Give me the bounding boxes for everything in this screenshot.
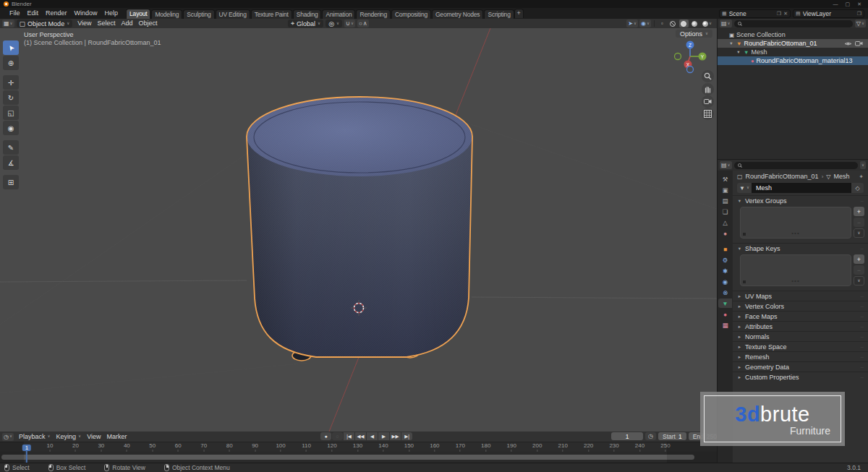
xray-toggle[interactable]: ▫	[658, 20, 667, 27]
properties-tab-object-data[interactable]: ▼	[718, 299, 732, 308]
tool-add-cube[interactable]: ⊞	[3, 175, 19, 189]
panel-remesh[interactable]: ▸ Remesh –	[733, 351, 868, 361]
workspace-tab-layout[interactable]: Layout	[126, 9, 150, 19]
workspace-tab-rendering[interactable]: Rendering	[356, 9, 390, 19]
menu-help[interactable]: Help	[101, 8, 122, 19]
workspace-tab-uv-editing[interactable]: UV Editing	[216, 9, 250, 19]
timeline-menu-marker[interactable]: Marker	[104, 432, 130, 442]
shading-material-button[interactable]	[690, 20, 699, 27]
disclosure-arrow-icon[interactable]: ▾	[736, 49, 741, 55]
tool-scale[interactable]: ◱	[3, 106, 19, 120]
viewport-menu-object[interactable]: Object	[136, 19, 161, 28]
properties-tab-tool[interactable]: ⚒	[718, 174, 732, 184]
outliner-display-mode-button[interactable]: ▤ ∨	[720, 20, 732, 27]
workspace-tab-geometry-nodes[interactable]: Geometry Nodes	[432, 9, 483, 19]
properties-tab-scene[interactable]: △	[718, 218, 732, 227]
tool-transform[interactable]: ◉	[3, 121, 19, 135]
breadcrumb-object[interactable]: RoundFabricOttoman_01	[746, 173, 819, 180]
outliner-row-scene-collection[interactable]: ▣ Scene Collection	[718, 30, 868, 39]
timeline-editor-type-button[interactable]: ◷ ∨	[2, 433, 14, 441]
properties-tab-view-layer[interactable]: ❏	[718, 207, 732, 216]
shading-wireframe-button[interactable]	[668, 20, 678, 27]
snap-toggle[interactable]: ∪ ∨	[344, 20, 355, 27]
copy-scene-icon[interactable]: ❐	[777, 11, 781, 17]
viewlayer-selector[interactable]: ▤ ViewLayer ❐	[793, 9, 864, 18]
pivot-point-dropdown[interactable]: ◎ ∨	[326, 20, 342, 27]
properties-tab-world[interactable]: ●	[718, 228, 732, 238]
viewport-menu-add[interactable]: Add	[119, 19, 136, 28]
3d-viewport[interactable]: User Perspective (1) Scene Collection | …	[0, 28, 717, 432]
current-frame-field[interactable]: 1	[611, 432, 643, 440]
viewport-menu-view[interactable]: View	[75, 19, 94, 28]
timeline-track-area[interactable]	[0, 452, 717, 463]
panel-header[interactable]: ▾ Shape Keys –	[733, 243, 868, 253]
properties-search-input[interactable]	[734, 162, 858, 169]
editor-type-button[interactable]: ▦ ∨	[2, 20, 14, 27]
panel-uv-maps[interactable]: ▸ UV Maps –	[733, 291, 868, 301]
tool-rotate[interactable]: ↻	[3, 90, 19, 105]
timeline-menu-keying[interactable]: Keying ∨	[54, 432, 85, 442]
datablock-list[interactable]: •••	[740, 254, 851, 286]
proportional-editing-toggle[interactable]: ○ ∧	[357, 20, 369, 27]
scene-selector[interactable]: ▦ Scene ❐ ✕	[719, 9, 791, 18]
list-resize-grip[interactable]	[743, 280, 746, 283]
panel-custom-properties[interactable]: ▸ Custom Properties –	[733, 372, 868, 382]
shading-rendered-button[interactable]: ∨	[701, 20, 713, 27]
outliner-search-input[interactable]	[734, 20, 853, 27]
tool-annotate[interactable]: ✎	[3, 140, 19, 155]
next-keyframe[interactable]: ▶▶	[390, 432, 401, 440]
fake-user-shield-icon[interactable]: ◇	[851, 183, 864, 193]
properties-tab-texture[interactable]: ▦	[718, 320, 732, 330]
workspace-tab-shading[interactable]: Shading	[293, 9, 322, 19]
tool-move[interactable]: ✛	[3, 75, 19, 90]
properties-tab-material[interactable]: ●	[718, 309, 732, 319]
specials-menu-button[interactable]: ∨	[854, 228, 864, 238]
outliner-filter-button[interactable]: ▽ ∨	[855, 20, 866, 27]
pin-icon[interactable]: ✦	[859, 173, 864, 180]
properties-tab-modifiers[interactable]: ⚙	[718, 255, 732, 265]
menu-render[interactable]: Render	[42, 8, 71, 19]
mode-dropdown[interactable]: ▢ Object Mode ∨	[17, 20, 73, 27]
use-preview-range-button[interactable]: ◷	[645, 432, 656, 440]
panel-geometry-data[interactable]: ▸ Geometry Data –	[733, 361, 868, 372]
zoom-button[interactable]	[702, 70, 714, 82]
timeline-ruler[interactable]: 1 10203040506070809010011012013014015016…	[0, 442, 717, 452]
mesh-name-field[interactable]: Mesh	[752, 183, 851, 193]
timeline-menu-playback[interactable]: Playback ∨	[16, 432, 54, 442]
properties-tab-spacer[interactable]	[718, 239, 732, 243]
outliner-row-mesh[interactable]: ▾ ▼ Mesh	[718, 48, 868, 56]
panel-texture-space[interactable]: ▸ Texture Space –	[733, 341, 868, 351]
browse-mesh-data-button[interactable]: ▼ ∨	[737, 183, 752, 193]
shading-solid-button[interactable]	[679, 20, 689, 27]
jump-to-end[interactable]: ▶|	[401, 432, 412, 440]
list-resize-grip[interactable]	[743, 233, 746, 236]
show-overlays-toggle[interactable]: ◉ ∨	[639, 20, 651, 27]
unlink-scene-icon[interactable]: ✕	[783, 11, 788, 17]
specials-menu-button[interactable]: ∨	[854, 276, 864, 286]
transform-orientation-dropdown[interactable]: ⌖ Global ∨	[288, 20, 323, 27]
jump-to-start[interactable]: |◀	[344, 432, 354, 440]
show-gizmo-toggle[interactable]: ➤ ∨	[626, 20, 638, 27]
tool-select-box[interactable]: ➤	[3, 40, 19, 55]
camera-view-button[interactable]	[702, 95, 714, 108]
play[interactable]: ▶	[378, 432, 389, 440]
properties-tab-physics[interactable]: ◉	[718, 277, 732, 286]
tool-cursor[interactable]: ⊕	[3, 56, 19, 70]
workspace-tab-animation[interactable]: Animation	[322, 9, 355, 19]
disclosure-arrow-icon[interactable]: ▾	[728, 40, 734, 46]
panel-vertex-colors[interactable]: ▸ Vertex Colors –	[733, 301, 868, 311]
pan-hand-button[interactable]	[702, 83, 714, 95]
start-frame-field[interactable]: Start 1	[658, 432, 686, 440]
datablock-list[interactable]: •••	[740, 207, 851, 239]
menu-file[interactable]: File	[6, 8, 24, 19]
workspace-tab-scripting[interactable]: Scripting	[484, 9, 514, 19]
play-reverse[interactable]: ◀	[367, 432, 378, 440]
properties-tab-constraints[interactable]: ⊗	[718, 288, 732, 297]
copy-viewlayer-icon[interactable]: ❐	[857, 11, 861, 17]
playhead[interactable]: 1	[22, 443, 31, 452]
close-button[interactable]: ✕	[857, 1, 861, 7]
outliner-row-material13[interactable]: ● RoundFabricOttoman_material13	[718, 56, 868, 65]
breadcrumb-data[interactable]: Mesh	[833, 173, 849, 180]
disable-in-renders-camera-icon[interactable]	[855, 40, 863, 46]
toggle-orthographic-grid-button[interactable]	[702, 108, 714, 120]
